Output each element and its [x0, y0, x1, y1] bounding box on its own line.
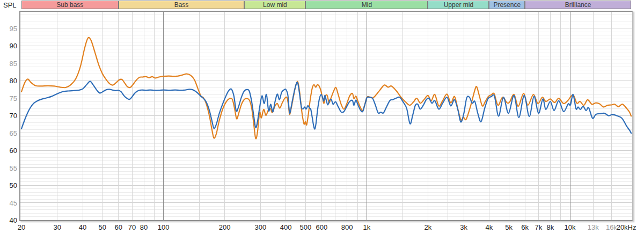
x-tick-200: 200 — [219, 224, 231, 231]
y-tick-60: 60 — [1, 147, 17, 154]
measurement-blue-trace — [21, 81, 631, 133]
band-low-mid: Low mid — [244, 1, 305, 9]
x-tick-13k: 13k — [588, 224, 599, 231]
y-tick-45: 45 — [1, 200, 17, 207]
y-tick-40: 40 — [1, 217, 17, 224]
band-presence: Presence — [489, 1, 525, 9]
x-tick-20: 20 — [18, 224, 25, 231]
x-tick-1k: 1k — [363, 224, 371, 231]
x-tick-300: 300 — [255, 224, 267, 231]
y-tick-75: 75 — [1, 95, 17, 102]
y-tick-70: 70 — [1, 112, 17, 119]
band-brilliance: Brilliance — [525, 1, 631, 9]
x-tick-30: 30 — [53, 224, 61, 231]
y-tick-90: 90 — [1, 42, 17, 49]
x-tick-100: 100 — [158, 224, 170, 231]
frequency-response-chart: SPL Sub bassBassLow midMidUpper midPrese… — [0, 0, 644, 234]
y-tick-65: 65 — [1, 130, 17, 137]
y-tick-80: 80 — [1, 77, 17, 84]
band-bass: Bass — [119, 1, 245, 9]
x-tick-16k: 16k — [606, 224, 617, 231]
x-tick-70: 70 — [128, 224, 136, 231]
x-tick-4k: 4k — [486, 224, 493, 231]
x-tick-5k: 5k — [505, 224, 513, 231]
x-tick-2k: 2k — [425, 224, 432, 231]
x-tick-40: 40 — [79, 224, 86, 231]
band-upper-mid: Upper mid — [428, 1, 489, 9]
x-tick-8k: 8k — [547, 224, 554, 231]
y-tick-50: 50 — [1, 182, 17, 189]
x-tick-60: 60 — [114, 224, 122, 231]
x-tick-80: 80 — [140, 224, 148, 231]
x-tick-50: 50 — [98, 224, 106, 231]
x-tick-800: 800 — [341, 224, 353, 231]
plot-frame — [19, 11, 633, 221]
x-tick-600: 600 — [316, 224, 328, 231]
y-tick-55: 55 — [1, 165, 17, 172]
x-tick-500: 500 — [300, 224, 312, 231]
x-tick-10k: 10k — [565, 224, 576, 231]
band-sub-bass: Sub bass — [21, 1, 119, 9]
band-mid: Mid — [305, 1, 428, 9]
plot-area — [20, 12, 632, 220]
y-tick-95: 95 — [1, 25, 17, 32]
x-tick-6k: 6k — [521, 224, 529, 231]
x-tick-3k: 3k — [460, 224, 467, 231]
x-tick-20kHz: 20kHz — [617, 224, 636, 231]
y-tick-85: 85 — [1, 60, 17, 67]
y-axis-title: SPL — [3, 1, 17, 9]
x-tick-7k: 7k — [535, 224, 543, 231]
x-tick-400: 400 — [280, 224, 292, 231]
